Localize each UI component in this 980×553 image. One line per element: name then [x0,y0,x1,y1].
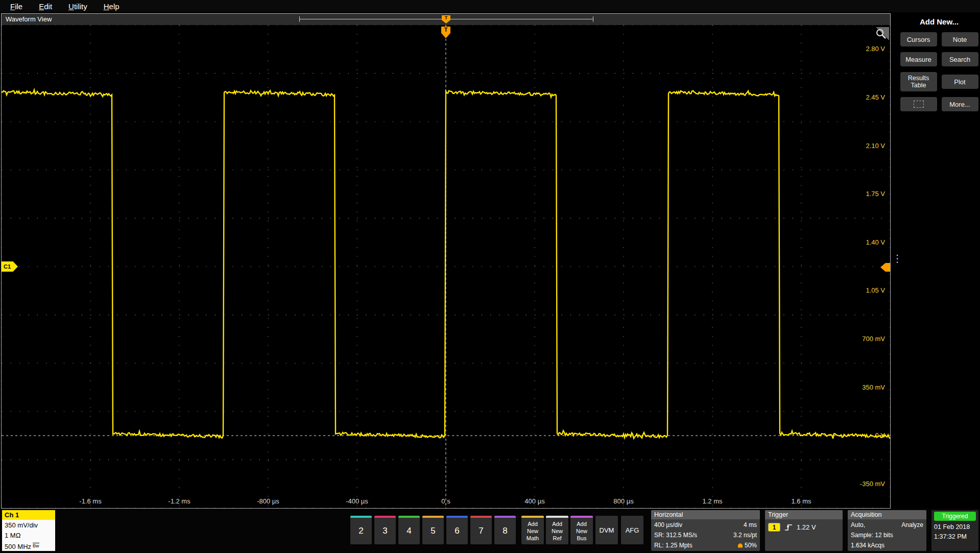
svg-text:-400 µs: -400 µs [346,497,368,505]
svg-text:1.40 V: 1.40 V [866,238,885,246]
dvm-button[interactable]: DVM [595,516,618,544]
results-table-button[interactable]: Results Table [900,72,937,91]
status-date: 01 Feb 2018 [934,522,976,532]
bandwidth-limit-icon: Bw [33,543,39,548]
channel7-button[interactable]: 7 [470,516,492,544]
trigger-level-value: 1.22 V [797,523,816,531]
add-new-math-button[interactable]: Add New Math [521,516,544,544]
channel1-impedance: 1 MΩ [5,531,55,541]
cursors-button[interactable]: Cursors [900,32,937,46]
channel1-badge[interactable]: Ch 1 350 mV/div 1 MΩ 500 MHzBw [2,510,55,551]
svg-text:700 mV: 700 mV [862,335,885,343]
horizontal-resolution: 3.2 ns/pt [733,530,757,540]
channel1-settings: 350 mV/div 1 MΩ 500 MHzBw [2,520,55,551]
menu-edit[interactable]: Edit [39,2,52,11]
bottom-bar: Ch 1 350 mV/div 1 MΩ 500 MHzBw 2 3 4 5 6… [0,509,980,553]
measure-button[interactable]: Measure [900,52,937,66]
acquisition-body: Auto, Analyze Sample: 12 bits 1.634 kAcq… [848,519,926,551]
channel1-name: Ch 1 [2,510,55,520]
svg-text:0 V: 0 V [875,431,885,439]
channel6-button[interactable]: 6 [446,516,468,544]
waveform-view-title: Waveform View [2,15,52,23]
menu-help[interactable]: Help [104,2,119,11]
svg-text:2.80 V: 2.80 V [866,45,885,53]
svg-text:1.2 ms: 1.2 ms [702,497,723,505]
channel1-bandwidth-value: 500 MHz [5,543,31,550]
menu-utility[interactable]: Utility [68,2,87,11]
trigger-source-badge: 1 [768,523,780,532]
afg-button[interactable]: AFG [621,516,643,544]
horizontal-panel[interactable]: Horizontal 400 µs/div 4 ms SR: 312.5 MS/… [651,510,760,551]
svg-text:1.75 V: 1.75 V [866,190,885,198]
zoom-icon[interactable] [874,26,889,41]
svg-text:400 µs: 400 µs [524,497,545,505]
mask-icon [914,101,924,108]
acquisition-sample: Sample: 12 bits [851,530,893,540]
svg-text:0 s: 0 s [441,497,450,505]
svg-text:800 µs: 800 µs [613,497,634,505]
status-time: 1:37:32 PM [934,532,976,542]
add-new-buttons: Add New Math Add New Ref Add New Bus [521,516,593,544]
channel8-button[interactable]: 8 [494,516,516,544]
horizontal-sample-rate: SR: 312.5 MS/s [654,530,697,540]
svg-text:350 mV: 350 mV [862,383,885,391]
panel-divider-handle[interactable]: ⋮ [892,253,902,263]
channel2-button[interactable]: 2 [350,516,372,544]
channel5-button[interactable]: 5 [422,516,444,544]
svg-text:-1.2 ms: -1.2 ms [168,497,190,505]
acquisition-panel[interactable]: Acquisition Auto, Analyze Sample: 12 bit… [848,510,926,551]
channel1-scale: 350 mV/div [5,520,55,531]
channel4-button[interactable]: 4 [398,516,420,544]
plot-button[interactable]: Plot [942,75,978,89]
menu-file[interactable]: File [10,2,22,11]
acquisition-analyze: Analyze [901,520,923,530]
horizontal-body: 400 µs/div 4 ms SR: 312.5 MS/s 3.2 ns/pt… [651,519,760,551]
svg-text:2.45 V: 2.45 V [866,93,885,101]
horizontal-scale: 400 µs/div [654,520,682,530]
acquisition-mode: Auto, [851,520,865,530]
svg-text:-350 mV: -350 mV [860,480,885,488]
add-new-button-grid: Cursors Note Measure Search Results Tabl… [898,32,980,111]
add-new-panel: Add New... Cursors Note Measure Search R… [898,12,980,111]
waveform-view-titlebar: Waveform View T [2,14,890,25]
trigger-status-badge: Triggered [934,512,976,521]
svg-text:-1.6 ms: -1.6 ms [79,497,102,505]
svg-text:-800 µs: -800 µs [257,497,279,505]
trigger-title: Trigger [765,510,843,519]
trigger-panel[interactable]: Trigger 1 1.22 V [765,510,843,551]
channel3-button[interactable]: 3 [374,516,396,544]
waveform-plot[interactable]: 2.80 V2.45 V2.10 V1.75 V1.40 V1.05 V700 … [2,25,890,508]
channel-buttons: 2 3 4 5 6 7 8 [350,516,516,544]
waveform-plot-area[interactable]: 2.80 V2.45 V2.10 V1.75 V1.40 V1.05 V700 … [2,25,890,508]
add-new-title: Add New... [898,17,980,26]
menu-bar: File Edit Utility Help [0,0,980,12]
trigger-slope-icon [784,523,793,532]
expansion-point-icon [738,543,743,548]
trigger-body: 1 1.22 V [765,519,843,532]
add-new-bus-button[interactable]: Add New Bus [570,516,593,544]
horizontal-title: Horizontal [651,510,760,519]
horizontal-window: 4 ms [744,520,757,530]
add-new-ref-button[interactable]: Add New Ref [546,516,568,544]
search-button[interactable]: Search [942,52,978,66]
svg-text:1.05 V: 1.05 V [866,286,885,294]
svg-text:1.6 ms: 1.6 ms [791,497,811,505]
note-button[interactable]: Note [942,32,978,46]
svg-text:2.10 V: 2.10 V [866,142,885,150]
horizontal-position: 50% [745,540,757,550]
mask-button[interactable] [900,97,937,111]
trigger-status-box: Triggered 01 Feb 2018 1:37:32 PM [931,510,978,551]
horizontal-record-length: RL: 1.25 Mpts [654,540,692,550]
acquisition-count: 1.634 kAcqs [851,540,885,550]
trigger-position-indicator[interactable]: T [442,15,450,23]
acquisition-title: Acquisition [848,510,926,519]
more-button[interactable]: More... [942,97,978,111]
channel1-bandwidth: 500 MHzBw [5,541,55,552]
waveform-view-window: Waveform View T 2.80 V2.45 V2.10 V1.75 V… [1,13,891,509]
